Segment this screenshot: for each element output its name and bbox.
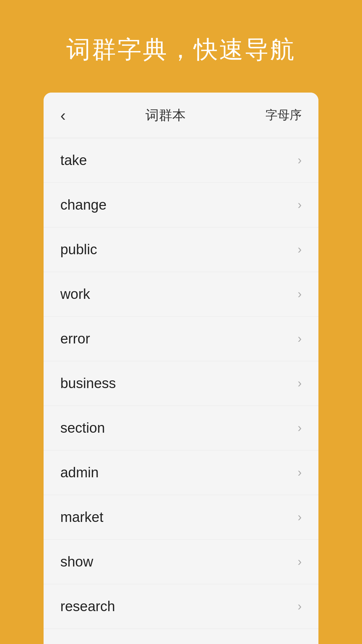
chevron-right-icon: › — [298, 510, 302, 524]
list-item[interactable]: research› — [44, 584, 318, 629]
chevron-right-icon: › — [298, 376, 302, 390]
card-header: ‹ 词群本 字母序 — [44, 93, 318, 138]
page-title: 词群字典，快速导航 — [66, 34, 296, 66]
chevron-right-icon: › — [298, 153, 302, 167]
list-item[interactable]: market› — [44, 495, 318, 540]
word-label: section — [60, 420, 105, 436]
chevron-right-icon: › — [298, 555, 302, 569]
word-label: market — [60, 509, 103, 525]
word-label: take — [60, 152, 87, 168]
list-item[interactable]: work› — [44, 272, 318, 317]
chevron-right-icon: › — [298, 421, 302, 435]
word-label: public — [60, 241, 97, 258]
word-label: admin — [60, 465, 99, 481]
word-label: business — [60, 375, 116, 391]
word-list: take›change›public›work›error›business›s… — [44, 138, 318, 644]
list-item[interactable]: section› — [44, 406, 318, 450]
list-item[interactable]: take› — [44, 138, 318, 183]
word-label: research — [60, 598, 115, 614]
list-item[interactable]: error› — [44, 317, 318, 361]
chevron-right-icon: › — [298, 599, 302, 613]
word-label: change — [60, 197, 107, 213]
back-button[interactable]: ‹ — [60, 107, 66, 123]
chevron-right-icon: › — [298, 332, 302, 346]
chevron-right-icon: › — [298, 466, 302, 480]
chevron-right-icon: › — [298, 198, 302, 212]
word-list-card: ‹ 词群本 字母序 take›change›public›work›error›… — [44, 93, 318, 644]
card-title: 词群本 — [145, 106, 186, 124]
list-item[interactable]: show› — [44, 540, 318, 584]
list-item[interactable]: admin› — [44, 450, 318, 495]
sort-button[interactable]: 字母序 — [265, 107, 302, 123]
list-item[interactable]: change› — [44, 183, 318, 227]
word-label: show — [60, 554, 93, 570]
list-item[interactable]: public› — [44, 227, 318, 272]
word-label: error — [60, 331, 90, 347]
word-label: work — [60, 286, 90, 302]
list-item[interactable]: through› — [44, 629, 318, 644]
list-item[interactable]: business› — [44, 361, 318, 406]
chevron-right-icon: › — [298, 287, 302, 301]
chevron-right-icon: › — [298, 243, 302, 257]
